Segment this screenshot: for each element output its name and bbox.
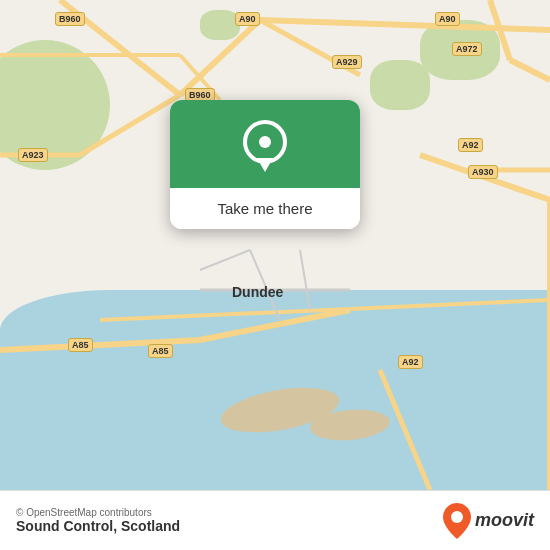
moovit-text: moovit xyxy=(475,510,534,531)
bottom-left-info: © OpenStreetMap contributors Sound Contr… xyxy=(16,507,180,534)
svg-point-21 xyxy=(451,511,463,523)
road-label-a929: A929 xyxy=(332,55,362,69)
road-label-a930: A930 xyxy=(468,165,498,179)
svg-line-2 xyxy=(260,20,550,30)
popup-card: Take me there xyxy=(170,100,360,229)
moovit-pin-icon xyxy=(443,503,471,539)
road-label-a90-2: A90 xyxy=(435,12,460,26)
svg-line-4 xyxy=(510,60,550,80)
svg-line-16 xyxy=(380,370,430,490)
road-label-a92-1: A92 xyxy=(458,138,483,152)
road-label-a85-1: A85 xyxy=(68,338,93,352)
osm-credit: © OpenStreetMap contributors xyxy=(16,507,180,518)
road-label-a85-2: A85 xyxy=(148,344,173,358)
map-container: A90 A90 A972 A929 A923 A92 A930 B960 B96… xyxy=(0,0,550,490)
road-label-a923: A923 xyxy=(18,148,48,162)
location-name: Sound Control, Scotland xyxy=(16,518,180,534)
bottom-bar: © OpenStreetMap contributors Sound Contr… xyxy=(0,490,550,550)
city-label: Dundee xyxy=(232,284,283,300)
svg-line-1 xyxy=(180,20,260,95)
pin-dot xyxy=(259,136,271,148)
take-me-there-button[interactable]: Take me there xyxy=(170,188,360,229)
pin-circle xyxy=(243,120,287,164)
popup-header xyxy=(170,100,360,188)
location-pin-icon xyxy=(243,120,287,172)
moovit-logo: moovit xyxy=(443,503,534,539)
svg-line-19 xyxy=(300,250,310,310)
road-label-a90-1: A90 xyxy=(235,12,260,26)
roads-overlay xyxy=(0,0,550,490)
svg-line-20 xyxy=(200,250,250,270)
road-label-a92-2: A92 xyxy=(398,355,423,369)
svg-line-7 xyxy=(80,95,180,155)
road-label-b960-1: B960 xyxy=(55,12,85,26)
road-label-a972: A972 xyxy=(452,42,482,56)
